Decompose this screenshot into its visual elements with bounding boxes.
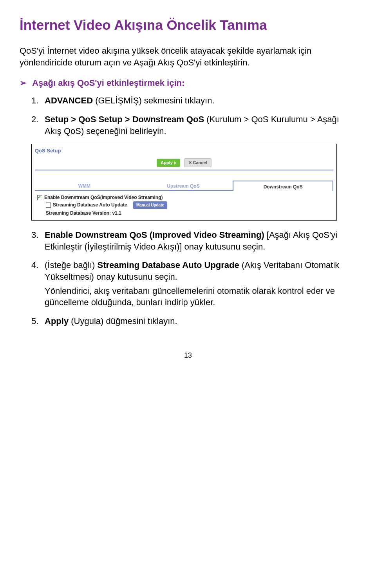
enable-downstream-qos-checkbox[interactable] [37,195,42,200]
tab-downstream-qos[interactable]: Downstream QoS [233,181,333,191]
streaming-db-auto-update-label: Streaming Database Auto Update [53,202,127,208]
apply-button-label: Apply [161,160,173,165]
step-5-bold: Apply [45,316,69,326]
intro-paragraph: QoS'yi İnternet video akışına yüksek önc… [20,45,356,68]
page-title: İnternet Video Akışına Öncelik Tanıma [20,16,356,34]
steps-list: 1. ADVANCED (GELİŞMİŞ) sekmesini tıklayı… [31,95,356,327]
play-icon [174,161,176,165]
step-5-rest: (Uygula) düğmesini tıklayın. [69,316,177,326]
cancel-button-label: Cancel [193,160,207,165]
step-4-prefix: (İsteğe bağlı) [45,260,98,270]
enable-downstream-qos-label: Enable Downstream QoS(Improved Video Str… [44,195,163,200]
step-1: 1. ADVANCED (GELİŞMİŞ) sekmesini tıklayı… [31,95,356,107]
figure-title: QoS Setup [35,147,333,154]
step-3-bold: Enable Downstream QoS (Improved Video St… [45,230,264,240]
tab-upstream-qos[interactable]: Upstream QoS [134,181,233,190]
qos-setup-screenshot: QoS Setup Apply ✕Cancel WMM Upstream QoS… [31,144,337,220]
streaming-db-version: Streaming Database Version: v1.1 [46,210,331,216]
step-4-note: Yönlendirici, akış veritabanı güncelleme… [45,285,356,308]
section-lead: ➢ Aşağı akış QoS'yi etkinleştirmek için: [20,77,356,89]
step-3: 3. Enable Downstream QoS (Improved Video… [31,229,356,252]
manual-update-button[interactable]: Manual Update [133,201,167,209]
step-number: 2. [31,114,38,125]
step-4-bold: Streaming Database Auto Upgrade [98,260,239,270]
step-1-bold: ADVANCED [45,96,93,105]
step-2-bold: Setup > QoS Setup > Downstream QoS [45,114,204,124]
close-icon: ✕ [188,160,192,165]
step-number: 1. [31,95,38,107]
step-2: 2. Setup > QoS Setup > Downstream QoS (K… [31,114,356,137]
figure-body: Enable Downstream QoS(Improved Video Str… [35,191,333,218]
section-lead-text: Aşağı akış QoS'yi etkinleştirmek için: [32,78,184,88]
streaming-db-auto-update-checkbox[interactable] [46,203,51,208]
page-number: 13 [20,351,356,360]
chevron-right-icon: ➢ [20,78,27,88]
step-1-rest: (GELİŞMİŞ) sekmesini tıklayın. [93,96,215,105]
step-number: 5. [31,315,38,327]
apply-button[interactable]: Apply [157,159,180,167]
tab-wmm[interactable]: WMM [35,181,134,190]
cancel-button[interactable]: ✕Cancel [184,158,212,167]
figure-button-row: Apply ✕Cancel [35,158,333,167]
tab-row: WMM Upstream QoS Downstream QoS [35,180,333,191]
divider [35,170,333,170]
streaming-db-auto-update-row: Streaming Database Auto Update Manual Up… [46,201,331,209]
step-number: 3. [31,229,38,241]
step-number: 4. [31,259,38,271]
step-5: 5. Apply (Uygula) düğmesini tıklayın. [31,315,356,327]
enable-downstream-qos-row: Enable Downstream QoS(Improved Video Str… [37,194,331,201]
step-4: 4. (İsteğe bağlı) Streaming Database Aut… [31,259,356,308]
